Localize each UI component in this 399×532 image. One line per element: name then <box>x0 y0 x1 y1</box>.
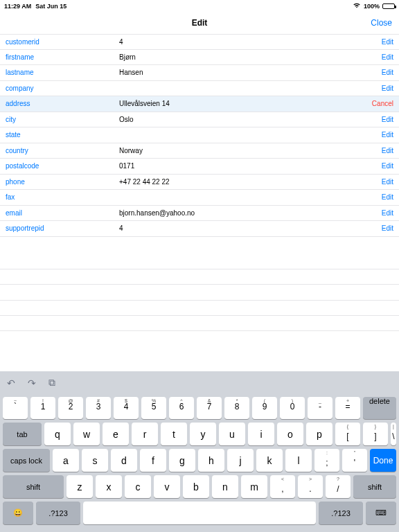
field-value[interactable]: Oslo <box>119 116 382 123</box>
hide-keyboard-key[interactable]: ⌨ <box>366 502 396 524</box>
edit-button[interactable]: Edit <box>382 162 393 170</box>
key-7[interactable]: &7 <box>197 397 222 419</box>
field-value[interactable]: Hansen <box>119 69 382 76</box>
key-l[interactable]: l <box>285 449 312 472</box>
key-p[interactable]: p <box>306 423 332 445</box>
field-label: email <box>6 209 119 217</box>
edit-button[interactable]: Edit <box>382 38 393 46</box>
key-`[interactable]: ~` <box>3 397 28 419</box>
edit-button[interactable]: Edit <box>382 224 393 232</box>
key-g[interactable]: g <box>169 449 195 472</box>
key-1[interactable]: !1 <box>30 397 55 419</box>
edit-button[interactable]: Edit <box>382 53 393 61</box>
key-u[interactable]: u <box>219 423 245 445</box>
redo-icon[interactable]: ↷ <box>28 378 36 389</box>
key-i[interactable]: i <box>248 423 274 445</box>
edit-button[interactable]: Edit <box>382 69 393 76</box>
key-m[interactable]: m <box>241 475 267 498</box>
status-time: 11:29 AM <box>4 3 31 10</box>
key-4[interactable]: $4 <box>114 397 139 419</box>
key-5[interactable]: %5 <box>141 397 166 419</box>
form-row-country: countryNorwayEdit <box>0 143 399 159</box>
key-e[interactable]: e <box>103 423 129 445</box>
key-h[interactable]: h <box>198 449 224 472</box>
edit-button[interactable]: Edit <box>382 193 393 201</box>
field-label: country <box>6 147 119 154</box>
edit-button[interactable]: Edit <box>382 131 393 139</box>
status-date: Sat Jun 15 <box>35 3 66 10</box>
key-bracket-close[interactable]: }] <box>363 423 388 445</box>
key-period[interactable]: >. <box>298 475 323 498</box>
key-w[interactable]: w <box>73 423 100 445</box>
key-n[interactable]: n <box>212 475 238 498</box>
key-semicolon[interactable]: :; <box>314 449 339 472</box>
done-key[interactable]: Done <box>370 449 396 472</box>
delete-key[interactable]: delete <box>363 397 396 419</box>
key-z[interactable]: z <box>66 475 93 498</box>
close-button[interactable]: Close <box>371 18 392 28</box>
key-s[interactable]: s <box>82 449 108 472</box>
key-bracket-open[interactable]: {[ <box>335 423 360 445</box>
cancel-button[interactable]: Cancel <box>372 100 393 107</box>
nav-bar: Edit Close <box>0 12 399 34</box>
field-value[interactable]: bjorn.hansen@yahoo.no <box>119 209 382 217</box>
edit-button[interactable]: Edit <box>382 178 393 186</box>
paste-icon[interactable]: ⧉ <box>48 377 55 389</box>
key-slash[interactable]: ?/ <box>326 475 351 498</box>
page-title: Edit <box>192 18 208 28</box>
key-8[interactable]: *8 <box>224 397 249 419</box>
battery-percent: 100% <box>364 3 380 10</box>
field-label: firstname <box>6 53 119 61</box>
key-d[interactable]: d <box>111 449 137 472</box>
key-y[interactable]: y <box>190 423 216 445</box>
space-key[interactable] <box>83 502 316 524</box>
key-q[interactable]: q <box>44 423 71 445</box>
key-c[interactable]: c <box>125 475 151 498</box>
key-j[interactable]: j <box>227 449 254 472</box>
key-r[interactable]: r <box>132 423 158 445</box>
field-value[interactable]: Norway <box>119 147 382 154</box>
form-row-state: stateEdit <box>0 127 399 143</box>
field-value[interactable]: +47 22 44 22 22 <box>119 178 382 186</box>
key-o[interactable]: o <box>277 423 303 445</box>
key-3[interactable]: #3 <box>86 397 111 419</box>
key-6[interactable]: ^6 <box>169 397 194 419</box>
shift-right-key[interactable]: shift <box>353 475 396 498</box>
field-value[interactable]: 4 <box>119 224 382 232</box>
key-f[interactable]: f <box>140 449 166 472</box>
numeric-left-key[interactable]: .?123 <box>36 502 80 524</box>
key-v[interactable]: v <box>154 475 180 498</box>
key-a[interactable]: a <box>53 449 79 472</box>
shift-left-key[interactable]: shift <box>3 475 64 498</box>
numeric-right-key[interactable]: .?123 <box>319 502 363 524</box>
key--[interactable]: _- <box>308 397 332 419</box>
key-9[interactable]: (9 <box>252 397 277 419</box>
key-backslash[interactable]: |\ <box>391 423 396 445</box>
key-0[interactable]: )0 <box>280 397 305 419</box>
field-value[interactable]: 0171 <box>119 162 382 170</box>
key-2[interactable]: @2 <box>58 397 83 419</box>
key-=[interactable]: += <box>335 397 360 419</box>
key-t[interactable]: t <box>161 423 187 445</box>
field-label: address <box>6 100 119 107</box>
edit-button[interactable]: Edit <box>382 147 393 154</box>
status-bar: 11:29 AM Sat Jun 15 100% <box>0 0 399 12</box>
field-value[interactable]: Bjørn <box>119 53 382 61</box>
field-label: customerid <box>6 38 119 46</box>
key-comma[interactable]: <, <box>270 475 295 498</box>
edit-button[interactable]: Edit <box>382 209 393 217</box>
tab-key[interactable]: tab <box>3 423 42 445</box>
key-k[interactable]: k <box>256 449 283 472</box>
field-value[interactable]: Ullevålsveien 14 <box>119 100 372 107</box>
key-b[interactable]: b <box>183 475 209 498</box>
edit-button[interactable]: Edit <box>382 116 393 123</box>
wifi-icon <box>353 2 361 10</box>
emoji-key[interactable]: 😀 <box>3 502 33 524</box>
key-quote[interactable]: "' <box>342 449 367 472</box>
edit-button[interactable]: Edit <box>382 85 393 92</box>
capslock-key[interactable]: caps lock <box>3 449 50 472</box>
field-value[interactable]: 4 <box>119 38 382 46</box>
key-x[interactable]: x <box>96 475 122 498</box>
field-label: supportrepid <box>6 224 119 232</box>
undo-icon[interactable]: ↶ <box>7 378 15 389</box>
